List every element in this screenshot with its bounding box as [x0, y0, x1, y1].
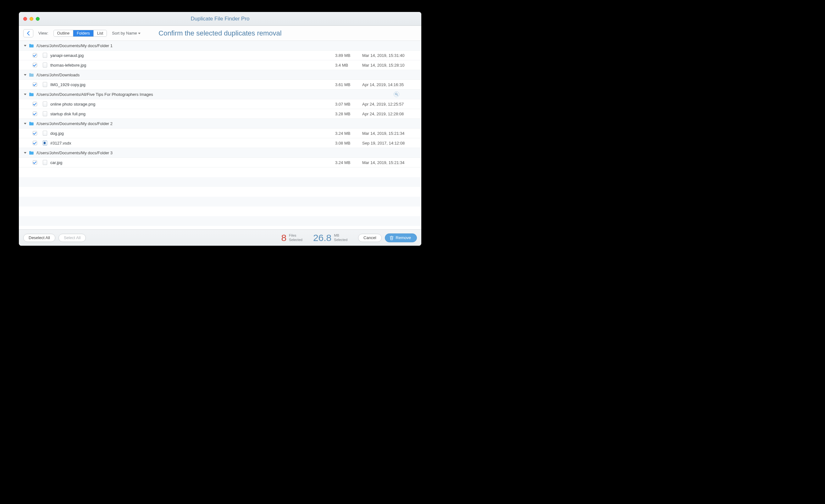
file-size: 3.24 MB: [335, 160, 360, 165]
file-icon: [43, 82, 47, 87]
file-row[interactable]: IMG_1929 copy.jpg 3.61 MB Apr 14, 2019, …: [19, 80, 421, 90]
file-date: Apr 24, 2019, 12:28:08: [360, 111, 416, 116]
deselect-all-button[interactable]: Deselect All: [23, 234, 55, 242]
file-row[interactable]: car.jpg 3.24 MB Mar 14, 2019, 15:21:34: [19, 158, 421, 167]
file-row[interactable]: #3127.vsdx 3.08 MB Sep 19, 2017, 14:12:0…: [19, 138, 421, 148]
group-row[interactable]: /Users/John/Documents/My docs/Folder 1: [19, 41, 421, 51]
view-label: View:: [39, 31, 49, 35]
sort-label: Sort by Name: [112, 31, 137, 35]
disclosure-triangle-icon[interactable]: [24, 74, 26, 76]
file-size: 3.24 MB: [335, 131, 360, 136]
file-date: Apr 14, 2019, 14:16:35: [360, 82, 416, 87]
file-list[interactable]: /Users/John/Documents/My docs/Folder 1 y…: [19, 41, 421, 229]
file-row[interactable]: thomas-lefebvre.jpg 3.4 MB Mar 14, 2019,…: [19, 60, 421, 70]
file-date: Sep 19, 2017, 14:12:08: [360, 141, 416, 146]
file-icon: [43, 63, 47, 68]
empty-row: [19, 167, 421, 177]
file-size: 3.89 MB: [335, 53, 360, 58]
file-size: 3.61 MB: [335, 82, 360, 87]
disclosure-triangle-icon[interactable]: [24, 152, 26, 154]
file-name: startup disk full.png: [50, 111, 335, 116]
zoom-window-button[interactable]: [36, 17, 40, 21]
disclosure-triangle-icon[interactable]: [24, 45, 26, 47]
close-window-button[interactable]: [23, 17, 27, 21]
file-name: thomas-lefebvre.jpg: [50, 63, 335, 68]
empty-row: [19, 216, 421, 226]
window-title: Duplicate File Finder Pro: [19, 16, 421, 22]
size-label-bottom: Selected: [334, 238, 348, 242]
group-path: /Users/John/Documents/My docs/Folder 2: [36, 121, 416, 126]
empty-row: [19, 206, 421, 216]
file-size: 3.28 MB: [335, 111, 360, 116]
toolbar: View: Outline Folders List Sort by Name …: [19, 26, 421, 41]
disclosure-triangle-icon[interactable]: [24, 123, 26, 124]
file-row[interactable]: yanapi-senaud.jpg 3.89 MB Mar 14, 2019, …: [19, 51, 421, 60]
file-size: 3.4 MB: [335, 63, 360, 68]
file-row[interactable]: dog.jpg 3.24 MB Mar 14, 2019, 15:21:34: [19, 129, 421, 138]
window-controls: [19, 17, 40, 21]
files-label-top: Files: [289, 234, 302, 238]
file-icon: [43, 101, 47, 106]
view-outline-tab[interactable]: Outline: [54, 30, 74, 36]
file-checkbox[interactable]: [33, 141, 37, 145]
empty-row: [19, 197, 421, 206]
file-row[interactable]: startup disk full.png 3.28 MB Apr 24, 20…: [19, 109, 421, 119]
reveal-button[interactable]: [394, 91, 399, 97]
page-headline: Confirm the selected duplicates removal: [158, 29, 281, 37]
select-all-button[interactable]: Select All: [59, 234, 86, 242]
chevron-left-icon: [27, 31, 30, 35]
back-button[interactable]: [23, 29, 33, 37]
group-path: /Users/John/Documents/All/Five Tips For …: [36, 92, 394, 97]
view-folders-tab[interactable]: Folders: [73, 30, 94, 36]
file-date: Apr 24, 2019, 12:25:57: [360, 102, 416, 106]
svg-line-5: [397, 95, 398, 95]
folder-icon: [29, 73, 34, 77]
file-checkbox[interactable]: [33, 111, 37, 116]
folder-icon: [29, 92, 34, 96]
folder-icon: [29, 44, 34, 48]
group-path: /Users/John/Downloads: [36, 73, 416, 77]
file-date: Mar 14, 2019, 15:21:34: [360, 131, 416, 136]
empty-row: [19, 177, 421, 187]
trash-icon: [389, 236, 394, 240]
group-row[interactable]: /Users/John/Downloads: [19, 70, 421, 80]
disclosure-triangle-icon[interactable]: [24, 94, 26, 95]
file-name: IMG_1929 copy.jpg: [50, 82, 335, 87]
file-name: #3127.vsdx: [50, 141, 335, 146]
size-label-top: MB: [334, 234, 348, 238]
sort-dropdown[interactable]: Sort by Name: [112, 31, 140, 35]
file-checkbox[interactable]: [33, 131, 37, 136]
group-row[interactable]: /Users/John/Documents/My docs/Folder 3: [19, 148, 421, 158]
file-date: Mar 14, 2019, 15:31:40: [360, 53, 416, 58]
file-checkbox[interactable]: [33, 53, 37, 58]
file-size: 3.07 MB: [335, 102, 360, 106]
titlebar: Duplicate File Finder Pro: [19, 12, 421, 26]
empty-row: [19, 187, 421, 197]
view-list-tab[interactable]: List: [94, 30, 106, 36]
remove-button[interactable]: Remove: [385, 234, 417, 242]
cancel-button[interactable]: Cancel: [358, 234, 381, 242]
footer-bar: Deselect All Select All 8 Files Selected…: [19, 229, 421, 246]
file-checkbox[interactable]: [33, 82, 37, 87]
file-name: yanapi-senaud.jpg: [50, 53, 335, 58]
file-date: Mar 14, 2019, 15:21:34: [360, 160, 416, 165]
search-icon: [395, 93, 398, 96]
folder-icon: [29, 151, 34, 155]
file-icon: [43, 53, 47, 58]
remove-label: Remove: [396, 235, 411, 240]
file-row[interactable]: online photo storage.png 3.07 MB Apr 24,…: [19, 99, 421, 109]
folder-icon: [29, 121, 34, 126]
group-path: /Users/John/Documents/My docs/Folder 3: [36, 151, 416, 155]
group-row[interactable]: /Users/John/Documents/My docs/Folder 2: [19, 119, 421, 129]
app-window: Duplicate File Finder Pro View: Outline …: [19, 12, 421, 246]
file-name: online photo storage.png: [50, 102, 335, 106]
view-mode-segmented-control: Outline Folders List: [54, 30, 107, 37]
group-path: /Users/John/Documents/My docs/Folder 1: [36, 44, 416, 48]
file-checkbox[interactable]: [33, 102, 37, 106]
file-date: Mar 14, 2019, 15:28:10: [360, 63, 416, 68]
minimize-window-button[interactable]: [29, 17, 33, 21]
file-checkbox[interactable]: [33, 160, 37, 165]
file-name: dog.jpg: [50, 131, 335, 136]
group-row[interactable]: /Users/John/Documents/All/Five Tips For …: [19, 90, 421, 99]
file-checkbox[interactable]: [33, 63, 37, 67]
